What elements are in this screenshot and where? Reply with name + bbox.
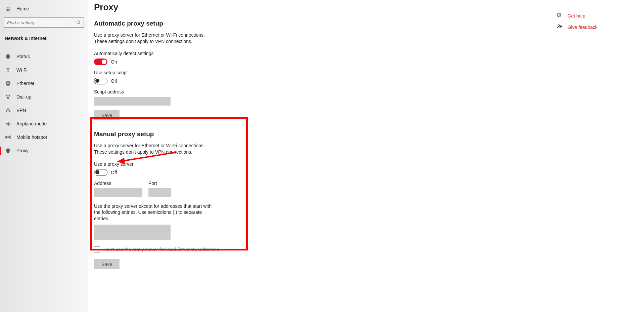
give-feedback-label: Give feedback: [567, 25, 598, 30]
nav-list: Status Wi-Fi Ethernet: [0, 44, 88, 157]
sidebar-item-vpn[interactable]: VPN: [0, 104, 88, 117]
sidebar-item-label: Airplane mode: [16, 121, 47, 126]
search-input[interactable]: [7, 20, 76, 25]
give-feedback-link[interactable]: Give feedback: [557, 24, 624, 30]
airplane-icon: [5, 121, 11, 127]
sidebar-item-label: Status: [16, 54, 30, 59]
status-icon: [5, 53, 11, 60]
svg-text:?: ?: [559, 14, 560, 16]
wifi-icon: [5, 67, 11, 73]
help-icon: ?: [557, 13, 563, 19]
use-proxy-label: Use a proxy server: [94, 161, 349, 167]
sidebar-item-hotspot[interactable]: Mobile hotspot: [0, 130, 88, 144]
sidebar-item-label: Proxy: [16, 148, 29, 153]
sidebar-home-label: Home: [16, 6, 29, 11]
sidebar-item-proxy[interactable]: Proxy: [0, 144, 88, 157]
svg-rect-4: [7, 82, 9, 84]
vpn-icon: [5, 107, 11, 113]
script-address-input: [94, 97, 171, 106]
page-title: Proxy: [94, 2, 349, 12]
svg-rect-6: [7, 110, 9, 112]
search-box[interactable]: [4, 17, 84, 28]
hotspot-icon: [5, 134, 11, 140]
manual-setup-title: Manual proxy setup: [94, 130, 349, 138]
svg-point-2: [8, 71, 8, 72]
manual-address-input: [94, 188, 142, 197]
svg-point-0: [77, 21, 80, 24]
local-addresses-checkbox[interactable]: [94, 246, 100, 252]
local-addresses-label: Don't use the proxy server for local (in…: [103, 247, 219, 252]
sidebar-item-label: Mobile hotspot: [16, 134, 47, 140]
setup-script-label: Use setup script: [94, 70, 349, 75]
get-help-link[interactable]: ? Get help: [557, 13, 624, 19]
auto-detect-state: On: [111, 59, 117, 65]
auto-detect-toggle[interactable]: [94, 58, 107, 65]
manual-address-label: Address: [94, 181, 142, 186]
feedback-icon: [557, 24, 563, 30]
proxy-exceptions-label: Use the proxy server except for addresse…: [94, 203, 215, 222]
sidebar-item-airplane[interactable]: Airplane mode: [0, 117, 88, 130]
auto-detect-label: Automatically detect settings: [94, 51, 349, 56]
dialup-icon: [5, 94, 11, 100]
manual-port-input: [148, 188, 171, 197]
sidebar-section-label: Network & Internet: [0, 31, 88, 44]
main: Proxy Automatic proxy setup Use a proxy …: [94, 1, 349, 269]
sidebar-item-label: VPN: [16, 108, 26, 113]
auto-setup-title: Automatic proxy setup: [94, 20, 349, 27]
search-wrap: [0, 15, 88, 31]
manual-port-label: Port: [148, 181, 171, 186]
script-address-label: Script address: [94, 89, 349, 94]
sidebar-item-label: Ethernet: [16, 81, 34, 86]
svg-rect-5: [7, 97, 9, 99]
proxy-exceptions-input: [94, 225, 171, 240]
svg-point-12: [558, 25, 560, 27]
svg-point-7: [8, 137, 9, 138]
use-proxy-toggle[interactable]: [94, 169, 107, 176]
sidebar-item-status[interactable]: Status: [0, 50, 88, 63]
proxy-icon: [5, 148, 11, 154]
sidebar: Home Network & Internet Status: [0, 0, 88, 312]
search-icon: [76, 20, 81, 25]
setup-script-toggle[interactable]: [94, 78, 107, 84]
sidebar-item-ethernet[interactable]: Ethernet: [0, 77, 88, 90]
auto-save-button: Save: [94, 110, 120, 120]
sidebar-item-label: Wi-Fi: [16, 67, 28, 73]
setup-script-state: Off: [111, 78, 117, 84]
sidebar-home[interactable]: Home: [0, 2, 88, 15]
help-pane: ? Get help Give feedback: [557, 13, 624, 36]
sidebar-item-label: Dial-up: [16, 94, 31, 100]
auto-setup-desc: Use a proxy server for Ethernet or Wi-Fi…: [94, 32, 215, 45]
sidebar-item-wifi[interactable]: Wi-Fi: [0, 63, 88, 77]
ethernet-icon: [5, 80, 11, 86]
manual-setup-desc: Use a proxy server for Ethernet or Wi-Fi…: [94, 143, 215, 155]
home-icon: [5, 6, 11, 12]
use-proxy-state: Off: [111, 170, 117, 175]
sidebar-item-dialup[interactable]: Dial-up: [0, 90, 88, 104]
manual-save-button: Save: [94, 259, 120, 269]
get-help-label: Get help: [567, 13, 585, 18]
